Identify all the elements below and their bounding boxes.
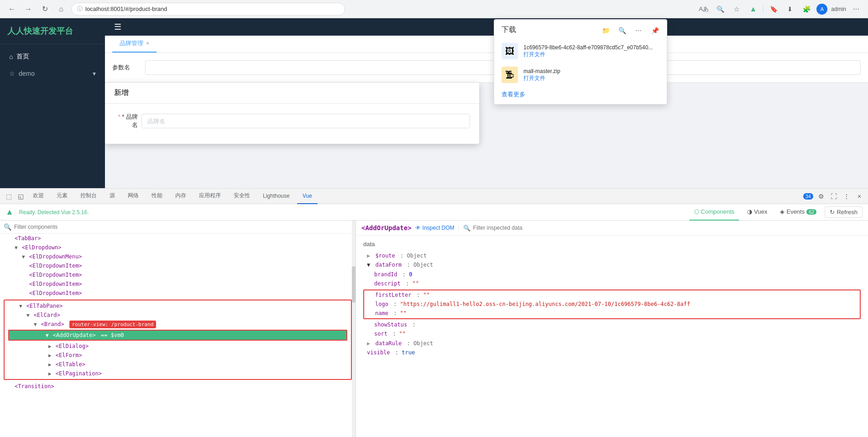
tree-item-eldialog[interactable]: ▶ <ElDialog> bbox=[5, 342, 351, 351]
tree-item-elcard[interactable]: ▼ <ElCard> bbox=[5, 311, 351, 320]
tree-item-eldropdown[interactable]: ▼ <ElDropdown> bbox=[0, 243, 356, 252]
refresh-button[interactable]: ↻ Refresh bbox=[825, 206, 863, 218]
download-filename-2: mall-master.zip bbox=[523, 68, 659, 74]
address-bar[interactable]: ⓘ localhost:8001/#/product-brand bbox=[71, 3, 345, 16]
tree-item-eldropdownitem-2[interactable]: <ElDropdownItem> bbox=[0, 270, 356, 279]
devtools-tab-performance[interactable]: 性能 bbox=[146, 189, 168, 204]
tree-item-addorupdate[interactable]: ▼ <AddOrUpdate> == $vm0 bbox=[9, 331, 346, 340]
data-row-showstatus: showStatus : bbox=[363, 320, 861, 329]
sidebar-logo: 人人快速开发平台 bbox=[0, 18, 105, 44]
vue-logo-icon: ▲ bbox=[5, 207, 14, 217]
dialog-body: * 品牌名 bbox=[105, 104, 479, 144]
tree-item-eldropdownitem-4[interactable]: <ElDropdownItem> bbox=[0, 289, 356, 298]
brand-tab[interactable]: 品牌管理 × bbox=[112, 35, 157, 53]
download-more-icon[interactable]: ⋯ bbox=[632, 24, 645, 37]
inspector-highlight-box: firstLetter : "" logo : "https://gulimal… bbox=[363, 290, 861, 319]
star-icon[interactable]: ☆ bbox=[730, 3, 743, 16]
devtools-tab-lighthouse[interactable]: Lighthouse bbox=[257, 189, 295, 204]
tree-filter-input[interactable] bbox=[14, 224, 352, 230]
devtools-badge: 34 bbox=[803, 193, 813, 200]
brand-name-input[interactable] bbox=[141, 114, 470, 128]
download-folder-icon[interactable]: 📁 bbox=[599, 24, 612, 37]
download-file-icon-1: 🖼 bbox=[502, 43, 518, 59]
tree-item-eldropdownitem-1[interactable]: <ElDropdownItem> bbox=[0, 261, 356, 270]
vue-tab-events[interactable]: ◈ Events 62 bbox=[775, 204, 821, 221]
tree-item-brand[interactable]: ▼ <Brand> router-view: /product-brand bbox=[5, 320, 351, 329]
inspect-dom-label: Inspect DOM bbox=[423, 225, 455, 231]
data-row-datarule[interactable]: ▶ dataRule : Object bbox=[363, 339, 861, 348]
tree-item-transition[interactable]: <Transition> bbox=[0, 382, 356, 391]
devtools-tab-application[interactable]: 应用程序 bbox=[193, 189, 226, 204]
refresh-label: Refresh bbox=[837, 209, 858, 216]
tree-item-eltable[interactable]: ▶ <ElTable> bbox=[5, 360, 351, 369]
more-options-icon[interactable]: ⋯ bbox=[850, 3, 863, 16]
inspect-dom-button[interactable]: 👁 Inspect DOM bbox=[415, 225, 455, 231]
events-icon: ◈ bbox=[780, 208, 784, 215]
extensions-icon[interactable]: 🧩 bbox=[800, 3, 813, 16]
sidebar-item-user[interactable]: ☆ demo ▾ bbox=[0, 65, 105, 82]
devtools-settings-icon[interactable]: ⚙ bbox=[816, 191, 826, 201]
download-open-link-2[interactable]: 打开文件 bbox=[523, 75, 545, 81]
home-button[interactable]: ⌂ bbox=[55, 3, 68, 16]
download-filename-1: 1c696579-8be6-4c62-8aff-e709878cd5c7_e07… bbox=[523, 44, 659, 51]
devtools-more-icon[interactable]: ⋮ bbox=[842, 191, 852, 201]
devtools-tab-network[interactable]: 网络 bbox=[122, 189, 144, 204]
data-row-sort: sort : "" bbox=[363, 329, 861, 338]
brand-name-row: * 品牌名 bbox=[114, 113, 470, 129]
download-icon[interactable]: ⬇ bbox=[784, 3, 796, 16]
download-open-link-1[interactable]: 打开文件 bbox=[523, 51, 545, 58]
data-row-dataform[interactable]: ▼ dataForm : Object bbox=[363, 260, 861, 269]
components-icon: ⬡ bbox=[694, 208, 699, 215]
devtools-inspect-icon[interactable]: ◱ bbox=[16, 191, 26, 201]
forward-button[interactable]: → bbox=[22, 3, 35, 16]
tree-scrollbar[interactable] bbox=[352, 221, 356, 437]
back-button[interactable]: ← bbox=[5, 3, 18, 16]
vue-status-text: Ready. Detected Vue 2.5.16. bbox=[19, 209, 686, 216]
devtools-link-icon[interactable]: ⛶ bbox=[829, 191, 839, 201]
tree-item-eltabpane[interactable]: ▼ <ElTabPane> bbox=[5, 301, 351, 311]
route-arrow-icon[interactable]: ▶ bbox=[367, 253, 370, 259]
reload-button[interactable]: ↻ bbox=[38, 3, 51, 16]
data-section-title: data bbox=[363, 239, 861, 249]
tree-scrollbar-thumb[interactable] bbox=[352, 266, 356, 303]
dataform-arrow-icon[interactable]: ▼ bbox=[367, 262, 370, 268]
tree-item-elpagination[interactable]: ▶ <ElPagination> bbox=[5, 369, 351, 378]
data-row-firstletter: firstLetter : "" bbox=[364, 290, 860, 300]
sidebar-logo-text: 人人快速开发平台 bbox=[7, 26, 73, 36]
data-row-visible: visible : true bbox=[363, 348, 861, 357]
hamburger-button[interactable]: ☰ bbox=[110, 22, 125, 32]
tree-item-eldropdownitem-3[interactable]: <ElDropdownItem> bbox=[0, 279, 356, 289]
devtools-tab-memory[interactable]: 内存 bbox=[170, 189, 192, 204]
tab-close-icon[interactable]: × bbox=[146, 40, 149, 47]
devtools-tab-vue[interactable]: Vue bbox=[297, 189, 318, 204]
devtools-tab-welcome[interactable]: 欢迎 bbox=[27, 189, 49, 204]
devtools-tab-console[interactable]: 控制台 bbox=[75, 189, 102, 204]
bookmark-icon[interactable]: 🔖 bbox=[767, 3, 780, 16]
translate-icon[interactable]: Aあ bbox=[697, 3, 710, 16]
zoom-icon[interactable]: 🔍 bbox=[714, 3, 727, 16]
datarule-arrow-icon[interactable]: ▶ bbox=[367, 340, 370, 347]
data-row-route[interactable]: ▶ $route : Object bbox=[363, 251, 861, 260]
sidebar-item-home[interactable]: ⌂ 首页 bbox=[0, 48, 105, 65]
devtools-cursor-icon[interactable]: ⬚ bbox=[4, 191, 14, 201]
devtools-tab-sources[interactable]: 源 bbox=[104, 189, 120, 204]
download-pin-icon[interactable]: 📌 bbox=[648, 24, 661, 37]
download-see-more[interactable]: 查看更多 bbox=[494, 87, 667, 100]
red-border-outer: ▼ <ElTabPane> ▼ <ElCard> ▼ <Brand> route… bbox=[4, 300, 352, 380]
vue-tab-vuex[interactable]: ◑ Vuex bbox=[743, 204, 772, 221]
tree-item-elform[interactable]: ▶ <ElForm> bbox=[5, 351, 351, 360]
profile-avatar[interactable]: A bbox=[816, 4, 827, 15]
devtools: ⬚ ◱ 欢迎 元素 控制台 源 网络 性能 内存 应用程序 安全性 Lighth… bbox=[0, 188, 868, 437]
vue-tab-components[interactable]: ⬡ Components bbox=[690, 204, 739, 221]
tree-item-tabbar[interactable]: <TabBar> bbox=[0, 234, 356, 243]
devtools-close-icon[interactable]: × bbox=[854, 191, 864, 201]
download-search-icon[interactable]: 🔍 bbox=[616, 24, 628, 37]
inspector-body: data ▶ $route : Object ▼ dataForm : Obje… bbox=[356, 236, 868, 361]
tree-item-eldropdownmenu[interactable]: ▼ <ElDropdownMenu> bbox=[0, 252, 356, 261]
tabs-bar: 品牌管理 × bbox=[105, 36, 868, 53]
devtools-tab-elements[interactable]: 元素 bbox=[51, 189, 73, 204]
search-area: 参数名 bbox=[105, 53, 868, 83]
vue-ext-icon[interactable]: ▲ bbox=[747, 3, 759, 16]
devtools-tab-security[interactable]: 安全性 bbox=[228, 189, 256, 204]
inspector-filter-input[interactable] bbox=[473, 225, 863, 231]
